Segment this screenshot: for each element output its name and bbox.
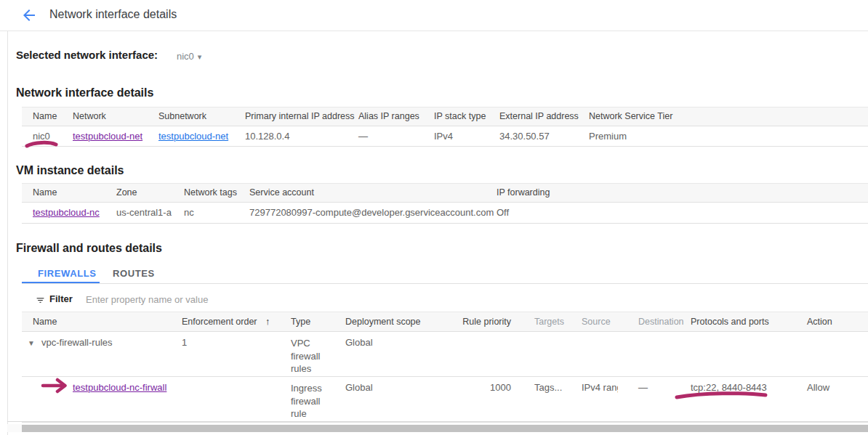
column-header: Name — [33, 312, 57, 331]
network-link[interactable]: testpubcloud-net — [73, 126, 142, 146]
firewall-type: Ingress firewall rule — [291, 382, 334, 420]
column-header: Name — [33, 107, 57, 126]
column-header: Protocols and ports — [691, 312, 769, 331]
nic-table-header: Name Network Subnetwork Primary internal… — [22, 107, 868, 126]
nic-name: nic0 — [33, 126, 50, 146]
column-header: Destination — [638, 312, 684, 331]
firewall-section-title: Firewall and routes details — [16, 242, 162, 255]
column-header: Deployment scope — [345, 312, 421, 331]
expander-down-icon[interactable]: ▼ — [28, 337, 35, 350]
vm-zone: us-central1-a — [116, 203, 172, 223]
column-header: Network Service Tier — [589, 107, 672, 126]
nic-section-title: Network interface details — [16, 86, 153, 99]
bottom-divider — [7, 421, 868, 422]
vm-section-title: VM instance details — [16, 164, 124, 177]
column-header: Service account — [249, 184, 314, 202]
back-arrow-icon[interactable] — [20, 7, 38, 24]
content-left-border — [7, 31, 8, 435]
deployment-scope: Global — [345, 382, 373, 393]
chevron-down-icon: ▾ — [198, 52, 202, 61]
column-header: Primary internal IP address — [245, 107, 355, 126]
interface-dropdown-value: nic0 — [177, 51, 194, 62]
ip-stack-type: IPv4 — [434, 126, 453, 146]
selected-interface-label: Selected network interface: — [16, 49, 158, 61]
sort-ascending-icon: ↑ — [265, 317, 270, 327]
vm-table-header: Name Zone Network tags Service account I… — [22, 183, 868, 203]
external-ip: 34.30.50.57 — [499, 126, 550, 146]
filter-input[interactable] — [84, 290, 393, 308]
column-header: Zone — [116, 184, 137, 202]
action: Allow — [807, 382, 829, 393]
tab-firewalls[interactable]: FIREWALLS — [38, 268, 97, 279]
vm-table: Name Zone Network tags Service account I… — [22, 183, 868, 224]
protocols-and-ports: tcp:22, 8440-8443 — [691, 382, 767, 393]
nic-table: Name Network Subnetwork Primary internal… — [22, 107, 868, 147]
table-row: testpubcloud-nc-firwall Ingress firewall… — [22, 377, 868, 423]
firewall-table-header: Name Enforcement order ↑ Type Deployment… — [22, 312, 868, 332]
column-header-sortable[interactable]: Enforcement order ↑ — [182, 312, 270, 331]
vm-service-account: 729772080997-compute@developer.gservicea… — [249, 203, 494, 223]
tab-divider — [22, 283, 868, 284]
targets: Tags... — [534, 382, 562, 393]
column-header: Network tags — [184, 184, 237, 202]
source: IPv4 rang — [582, 382, 618, 393]
column-header: Type — [291, 312, 310, 331]
column-header-label: Enforcement order — [182, 317, 257, 327]
filter-button[interactable]: Filter — [49, 293, 73, 304]
column-header: Alias IP ranges — [358, 107, 419, 126]
table-row: ▼ vpc-firewall-rules 1 VPC firewall rule… — [22, 332, 868, 377]
column-header: Name — [33, 184, 57, 202]
horizontal-scrollbar-thumb[interactable] — [22, 425, 868, 432]
destination: — — [638, 382, 648, 393]
table-row: testpubcloud-nc us-central1-a nc 7297720… — [22, 203, 868, 224]
tab-routes[interactable]: ROUTES — [113, 268, 155, 279]
column-header: External IP address — [499, 107, 579, 126]
column-header: Rule priority — [458, 312, 511, 331]
column-header: Network — [73, 107, 106, 126]
interface-dropdown[interactable]: nic0▾ — [177, 51, 201, 62]
vm-network-tags: nc — [184, 203, 194, 223]
column-header: IP forwarding — [497, 184, 550, 202]
deployment-scope: Global — [345, 337, 373, 348]
page-title: Network interface details — [49, 8, 177, 21]
filter-icon[interactable] — [35, 295, 46, 308]
top-bar: Network interface details — [0, 0, 868, 31]
firewall-group-name: vpc-firewall-rules — [41, 337, 113, 348]
vm-name-link[interactable]: testpubcloud-nc — [33, 203, 100, 223]
firewall-table: Name Enforcement order ↑ Type Deployment… — [22, 312, 868, 423]
vm-ip-forwarding: Off — [497, 203, 509, 223]
table-row: nic0 testpubcloud-net testpubcloud-net 1… — [22, 126, 868, 147]
rule-priority: 1000 — [458, 382, 511, 393]
column-header: Targets — [534, 312, 564, 331]
primary-internal-ip: 10.128.0.4 — [245, 126, 289, 146]
network-interface-details-page: Network interface details Selected netwo… — [0, 0, 868, 435]
firewall-type: VPC firewall rules — [291, 337, 334, 375]
column-header: Action — [807, 312, 832, 331]
firewall-rule-link[interactable]: testpubcloud-nc-firwall — [73, 382, 166, 393]
subnetwork-link[interactable]: testpubcloud-net — [158, 126, 228, 146]
column-header: IP stack type — [434, 107, 486, 126]
alias-ip-ranges: — — [358, 126, 368, 146]
column-header: Source — [582, 312, 611, 331]
network-service-tier: Premium — [589, 126, 627, 146]
column-header: Subnetwork — [158, 107, 206, 126]
enforcement-order: 1 — [182, 337, 187, 348]
